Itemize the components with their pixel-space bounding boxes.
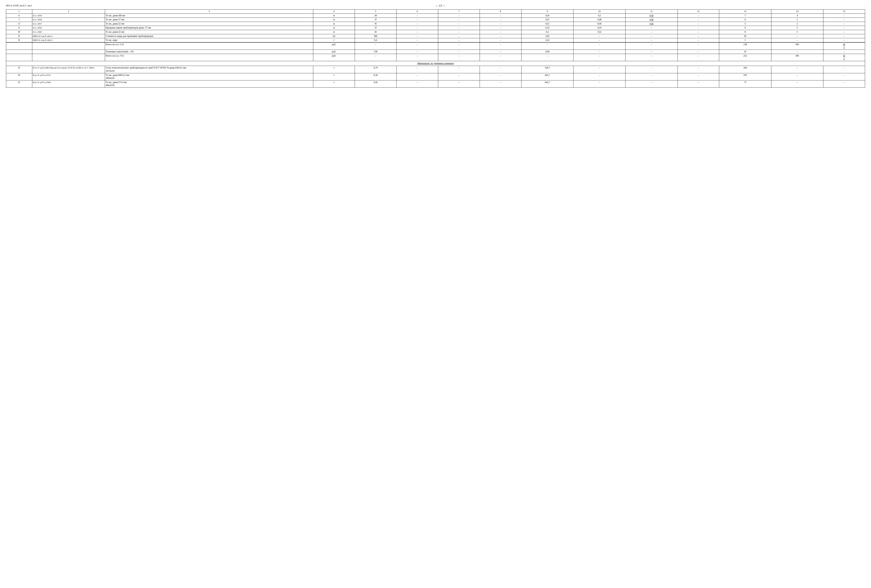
subtotal-col9: – bbox=[521, 42, 573, 50]
row-unit: т bbox=[313, 80, 355, 87]
row-col8: – bbox=[480, 30, 521, 34]
col-header-4: 4 bbox=[313, 10, 355, 14]
subtotal-col7: – bbox=[438, 54, 480, 61]
row-col11: – bbox=[626, 30, 678, 34]
page-number: — 13 — bbox=[32, 4, 849, 7]
row-unit: т bbox=[313, 73, 355, 80]
row-col5: I80 bbox=[355, 34, 397, 38]
subtotal-col5: – bbox=[355, 42, 397, 50]
row-col15: – bbox=[823, 80, 865, 87]
row-col15: – bbox=[823, 18, 865, 22]
row-unit: т bbox=[313, 66, 355, 73]
row-col14: 3 bbox=[771, 18, 823, 22]
row-col7: – bbox=[438, 26, 480, 30]
row-unit: м3 bbox=[313, 34, 355, 38]
subtotal-col13: I4 bbox=[719, 49, 771, 54]
row-col11: – bbox=[626, 80, 678, 87]
row-col7: – bbox=[438, 66, 480, 73]
main-table: 1 2 3 4 5 6 7 8 9 10 11 12 13 14 15 6I2-… bbox=[6, 9, 865, 88]
row-col12: – bbox=[678, 80, 719, 87]
row-col10: 0,I bbox=[573, 13, 626, 18]
subtotal-col6: – bbox=[397, 54, 438, 61]
row-col8: – bbox=[480, 22, 521, 26]
col-header-9: 9 bbox=[521, 10, 573, 14]
row-code: I2-у–2032 bbox=[32, 26, 105, 30]
row-col15: – bbox=[823, 66, 865, 73]
subtotal-col15: – bbox=[823, 49, 865, 54]
subtotal-col8: – bbox=[480, 54, 521, 61]
row-col13: 6 bbox=[719, 18, 771, 22]
col-header-12: 12 bbox=[678, 10, 719, 14]
subtotal-col4: руб. bbox=[313, 42, 355, 50]
row-col13: I59 bbox=[719, 73, 771, 80]
row-col12: – bbox=[678, 66, 719, 73]
row-col7: – bbox=[438, 38, 480, 42]
row-col11: – bbox=[626, 38, 678, 42]
subtotal-col11: – bbox=[626, 42, 678, 50]
col-header-14: 14 bbox=[771, 10, 823, 14]
row-number: 9 bbox=[6, 26, 32, 30]
row-col9: 442,7 bbox=[521, 80, 573, 87]
row-col8: – bbox=[480, 26, 521, 30]
row-col5: 38 bbox=[355, 13, 397, 18]
row-col6: – bbox=[397, 26, 438, 30]
row-col15: – bbox=[823, 38, 865, 42]
row-col6: – bbox=[397, 66, 438, 73]
row-col5: 0,4 bbox=[355, 38, 397, 42]
subtotal-col5: – bbox=[355, 54, 397, 61]
row-col13: 5 bbox=[719, 22, 771, 26]
col-header-15: 15 bbox=[823, 10, 865, 14]
row-col13: I8 bbox=[719, 34, 771, 38]
row-col6: – bbox=[397, 22, 438, 26]
row-col9: 329,7 bbox=[521, 66, 573, 73]
col-header-1: 1 bbox=[6, 10, 32, 14]
row-col6: – bbox=[397, 34, 438, 38]
subtotal-col7: – bbox=[438, 49, 480, 54]
subtotal-col14: I09 bbox=[771, 54, 823, 61]
col-header-13: 13 bbox=[719, 10, 771, 14]
subtotal-col1 bbox=[6, 49, 32, 54]
subtotal-desc: Плановые накопления – 6% bbox=[105, 49, 313, 54]
subtotal-col2 bbox=[32, 49, 105, 54]
row-col15: – bbox=[823, 34, 865, 38]
row-col13: I bbox=[719, 38, 771, 42]
subtotal-row: Плановые накопления – 6%руб.238–––0,06––… bbox=[6, 49, 865, 54]
row-col9: 0,I9 bbox=[521, 13, 573, 18]
row-col14: 5 bbox=[771, 30, 823, 34]
row-col11: – bbox=[626, 73, 678, 80]
row-col8: – bbox=[480, 80, 521, 87]
row-desc: Узлы технологических трубопроводов из тр… bbox=[105, 66, 313, 73]
row-col8: – bbox=[480, 38, 521, 42]
table-row: I3П.I,ч.У р.II,п.I002 Письмо Госстроя СС… bbox=[6, 66, 865, 73]
table-row: I4Ц.I,ч.У р.IX п.2576То же, диам.I08х3,5… bbox=[6, 73, 865, 80]
col-header-6: 6 bbox=[397, 10, 438, 14]
row-code: ЦМО-I2 отд.II табл.2 bbox=[32, 34, 105, 38]
row-col14: – bbox=[771, 80, 823, 87]
row-col7: – bbox=[438, 22, 480, 26]
row-code: П.I,ч.У р.II,п.I002 Письмо Госстроя СССР… bbox=[32, 66, 105, 73]
subtotal-col13: 238 bbox=[719, 42, 771, 50]
row-number: 8 bbox=[6, 22, 32, 26]
row-col12: – bbox=[678, 73, 719, 80]
row-col14: 5 bbox=[771, 26, 823, 30]
row-col6: – bbox=[397, 18, 438, 22]
page-header: 903-2-19.85.Ак.8.7, кн.I — 13 — . bbox=[6, 4, 865, 7]
subtotal-col2 bbox=[32, 42, 105, 50]
row-col10: 0,08 bbox=[573, 18, 626, 22]
table-row: 8I2-у–2017То же, диам.32 ммм4I–––0,I20,0… bbox=[6, 22, 865, 26]
table-row: 6I2-у–2019То же, диам.I08 ммм38–––0,I90,… bbox=[6, 13, 865, 18]
subtotal-desc: Итого по п.п. I+I2 bbox=[105, 42, 313, 50]
subtotal-col12: – bbox=[678, 42, 719, 50]
row-col12: – bbox=[678, 30, 719, 34]
row-col6: – bbox=[397, 38, 438, 42]
subtotal-col15: I4 5 bbox=[823, 54, 865, 61]
subtotal-col1 bbox=[6, 54, 32, 61]
row-col11: – bbox=[626, 66, 678, 73]
row-col15: – bbox=[823, 22, 865, 26]
row-col6: – bbox=[397, 80, 438, 87]
row-col5: 0,I6 bbox=[355, 80, 397, 87]
table-header-row: 1 2 3 4 5 6 7 8 9 10 11 12 13 14 15 bbox=[6, 10, 865, 14]
row-col14: 4 bbox=[771, 13, 823, 18]
row-col10: – bbox=[573, 73, 626, 80]
row-col11: 0,0I bbox=[626, 18, 678, 22]
